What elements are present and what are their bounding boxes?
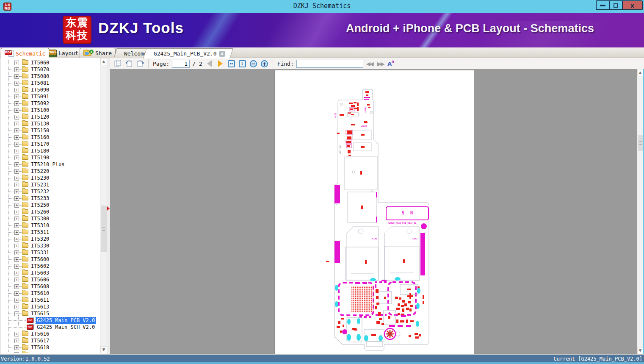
tree-item-label[interactable]: IT5611	[30, 297, 50, 303]
tree-item-file[interactable]: G2425_Main_PCB_V2.0	[0, 317, 100, 324]
tree-item-label[interactable]: IT5311	[30, 229, 50, 236]
tree-expander-icon[interactable]: +	[14, 81, 19, 86]
page-number-input[interactable]	[172, 60, 190, 68]
tree-expander-icon[interactable]: +	[14, 149, 19, 153]
tree-item-label[interactable]: IT5602	[30, 263, 50, 270]
tree-item-label[interactable]: G2425_Main_SCH_V2.0	[36, 324, 96, 331]
tree-item-label[interactable]: IT5616	[30, 331, 50, 337]
tree-expander-icon[interactable]: +	[14, 345, 19, 350]
tree-item-folder[interactable]: +IT5170	[0, 141, 100, 147]
tree-expander-icon[interactable]: +	[14, 217, 19, 221]
previous-page-button[interactable]	[205, 59, 214, 68]
tree-item-label[interactable]: IT5160	[30, 134, 50, 141]
fit-width-button[interactable]: ↔	[227, 59, 236, 68]
tree-item-label[interactable]: IT5300	[30, 216, 50, 222]
tree-item-label[interactable]: G2425_Main_PCB_V2.0	[36, 317, 96, 324]
rotate-right-icon[interactable]	[135, 59, 145, 68]
tree-item-label[interactable]: IT5070	[30, 67, 50, 73]
tree-item-folder[interactable]: +IT5330	[0, 242, 100, 249]
next-page-button[interactable]	[216, 59, 225, 68]
tree-scroll-down-button[interactable]: ▼	[100, 346, 107, 353]
tree-item-folder[interactable]: +IT5300	[0, 215, 100, 222]
tree-item-label[interactable]: IT5100	[30, 107, 50, 114]
tree-item-label[interactable]: IT5603	[30, 270, 50, 276]
tree-item-file[interactable]: G2425_Main_SCH_V2.0	[0, 324, 100, 331]
zoom-in-button[interactable]: +	[260, 59, 269, 68]
zoom-out-button[interactable]: −	[249, 59, 258, 68]
tree-expander-icon[interactable]: +	[14, 257, 19, 262]
maximize-button[interactable]	[610, 1, 623, 9]
tree-item-folder[interactable]: +IT5130	[0, 120, 100, 127]
tree-expander-icon[interactable]: +	[14, 223, 19, 228]
tree-expander-icon[interactable]: +	[14, 142, 19, 147]
tree-scrollbar[interactable]: ▲ ▼	[100, 58, 107, 353]
tree-expander-icon[interactable]: +	[14, 284, 19, 289]
tree-expander-icon[interactable]: +	[14, 108, 19, 113]
tree-expander-icon[interactable]: +	[14, 94, 19, 99]
tree-expander-icon[interactable]: +	[14, 196, 19, 201]
tree-expander-icon[interactable]: +	[14, 271, 19, 275]
tree-expander-icon[interactable]: +	[14, 352, 19, 353]
tree-item-folder[interactable]: +IT5611	[0, 297, 100, 303]
doc-tab-current[interactable]: G2425_Main_PCB_V2.0 x	[143, 48, 233, 58]
tree-item-folder[interactable]: +IT5606	[0, 276, 100, 283]
tree-item-folder[interactable]: +IT5180	[0, 147, 100, 154]
tree-item-folder[interactable]: +IT5250	[0, 202, 100, 208]
doc-tab-close-icon[interactable]: x	[219, 51, 225, 57]
tree-item-label[interactable]: IT5606	[30, 277, 50, 283]
tree-item-folder[interactable]: +IT5080	[0, 73, 100, 80]
tree-expander-icon[interactable]: +	[14, 305, 19, 309]
tree-item-label[interactable]: IT5120	[30, 114, 50, 120]
tree-item-label[interactable]: IT5330	[30, 243, 50, 249]
tree-item-label[interactable]: IT5210 Plus	[30, 161, 65, 168]
tree-item-folder[interactable]: +IT5091	[0, 93, 100, 100]
tree-item-folder[interactable]: +IT5081	[0, 80, 100, 86]
tree-item-label[interactable]: IT5310	[30, 222, 50, 229]
tree-item-label[interactable]: IT5250	[30, 202, 50, 208]
tree-item-label[interactable]: IT5260	[30, 209, 50, 215]
tab-schematic[interactable]: PDF Schematic	[1, 48, 49, 58]
tree-item-folder[interactable]: +IT5608	[0, 283, 100, 290]
tree-item-label[interactable]: IT5331	[30, 250, 50, 256]
tree-item-folder[interactable]: +IT5616	[0, 331, 100, 337]
tree-expander-icon[interactable]: +	[14, 61, 19, 65]
tree-expander-icon[interactable]: +	[14, 189, 19, 194]
tree-item-label[interactable]: IT5618	[30, 345, 50, 351]
tree-item-folder[interactable]: +IT5618	[0, 344, 100, 351]
tree-item-label[interactable]: IT5320	[30, 236, 50, 242]
tree-item-folder[interactable]: +IT5617	[0, 337, 100, 344]
tab-share[interactable]: + Share	[80, 48, 116, 58]
tree-expander-icon[interactable]: +	[14, 162, 19, 167]
tab-layout[interactable]: PADS Layout	[44, 48, 82, 58]
tree-expander-icon[interactable]: +	[14, 203, 19, 208]
tree-expander-icon[interactable]: +	[14, 156, 19, 160]
tree-expander-icon[interactable]: +	[14, 74, 19, 79]
viewer-scrollbar[interactable]: ▲ ▼	[637, 69, 643, 354]
find-previous-button[interactable]: ◀◀	[365, 59, 374, 68]
tree-item-folder[interactable]: +	[0, 351, 100, 353]
tree-item-folder[interactable]: +IT5230	[0, 175, 100, 181]
tree-item-label[interactable]: IT5060	[30, 60, 50, 66]
tree-item-label[interactable]: IT5233	[30, 195, 50, 202]
document-viewer[interactable]: +LED +SPK2 +SPK3 VBAT GND	[110, 69, 637, 354]
tree-item-folder[interactable]: +IT5092	[0, 100, 100, 107]
tree-expander-icon[interactable]: +	[14, 278, 19, 282]
tree-expander-icon[interactable]: +	[14, 250, 19, 255]
tree-item-label[interactable]: IT5091	[30, 94, 50, 100]
tree-item-folder[interactable]: +IT5220	[0, 168, 100, 175]
tree-item-folder[interactable]: +IT5090	[0, 86, 100, 93]
tree-item-label[interactable]: IT5130	[30, 121, 50, 127]
tree-item-folder[interactable]: +IT5160	[0, 134, 100, 141]
viewer-scroll-up-button[interactable]: ▲	[637, 69, 643, 76]
tree-item-folder[interactable]: +IT5613	[0, 303, 100, 310]
tree-expander-icon[interactable]: +	[14, 230, 19, 235]
tree-item-folder[interactable]: +IT5600	[0, 256, 100, 263]
tree-item-label[interactable]: IT5220	[30, 168, 50, 175]
close-button[interactable]: x	[623, 1, 642, 9]
tree-item-folder[interactable]: +IT5610	[0, 290, 100, 297]
tree-item-folder[interactable]: +IT5100	[0, 107, 100, 114]
tree-expander-icon[interactable]: +	[14, 101, 19, 106]
tree-expander-icon[interactable]: +	[14, 237, 19, 242]
tree-expander-icon[interactable]: +	[14, 244, 19, 248]
tree-item-label[interactable]: IT5090	[30, 87, 50, 93]
